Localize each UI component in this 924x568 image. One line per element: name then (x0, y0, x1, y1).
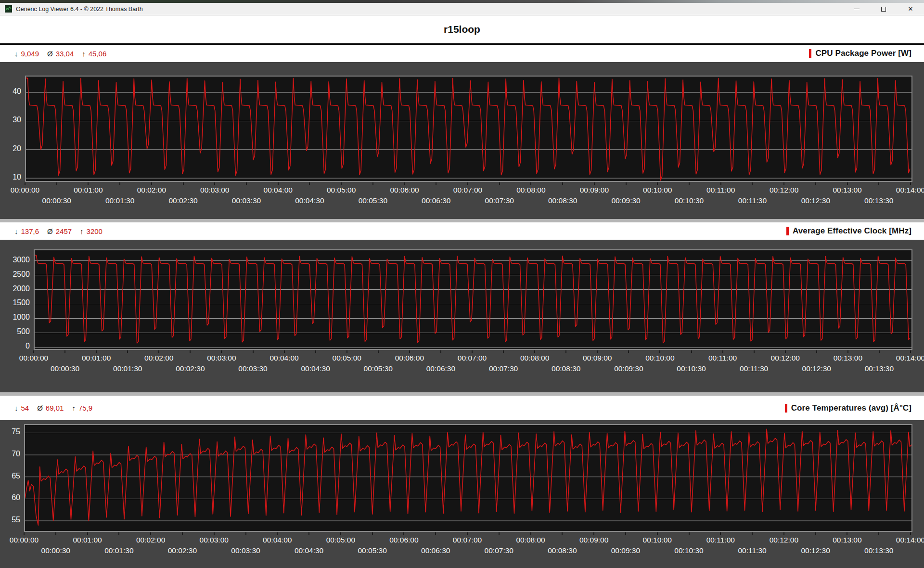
y-axis-label: 1500 (0, 298, 30, 307)
chart-plot-cpu-power[interactable] (25, 76, 912, 182)
x-axis-label: 00:14:00 (887, 186, 924, 194)
x-axis-tick (284, 350, 285, 353)
x-axis-tick (472, 350, 473, 353)
stat-max: ↑3200 (80, 227, 103, 235)
x-axis-label: 00:11:00 (697, 536, 744, 544)
chart-core-temps: 556065707500:00:0000:01:0000:02:0000:03:… (0, 420, 924, 568)
minimize-button[interactable] (843, 3, 870, 15)
y-axis-label: 20 (0, 144, 21, 153)
x-axis-label: 00:01:00 (73, 354, 119, 362)
maximize-button[interactable] (870, 3, 897, 15)
x-axis-label: 00:02:30 (167, 364, 213, 373)
x-axis-tick (341, 182, 342, 185)
x-axis-tick (530, 532, 531, 535)
x-axis-label: 00:06:30 (418, 364, 464, 373)
close-icon: ✕ (908, 6, 913, 12)
x-axis-tick (816, 350, 817, 353)
x-axis-tick (783, 182, 784, 185)
chart-plot-effective-clock[interactable] (34, 249, 912, 350)
x-axis-label: 00:14:00 (887, 354, 924, 362)
x-axis-label: 00:13:30 (856, 546, 902, 555)
x-axis-label: 00:01:30 (97, 196, 143, 205)
x-axis-tick (659, 350, 660, 353)
x-axis-label: 00:12:00 (761, 536, 807, 544)
x-axis-label: 00:13:30 (856, 196, 902, 205)
x-axis-tick (499, 532, 500, 535)
x-axis-tick (245, 532, 246, 535)
page-title: r15loop (444, 24, 480, 35)
x-axis-label: 00:03:00 (198, 354, 244, 362)
x-axis-label: 00:10:00 (634, 186, 680, 194)
x-axis-tick (689, 182, 690, 185)
y-axis-label: 10 (0, 173, 21, 181)
minimize-icon (854, 9, 860, 9)
x-axis-tick (815, 532, 816, 535)
x-axis-label: 00:08:00 (512, 354, 558, 362)
x-axis-tick (277, 532, 278, 535)
legend-color-bar (786, 227, 789, 235)
x-axis-label: 00:02:30 (160, 196, 206, 205)
x-axis-tick (534, 350, 535, 353)
x-axis-label: 00:05:30 (349, 546, 396, 555)
app-icon (5, 5, 12, 13)
x-axis-tick (308, 532, 309, 535)
x-axis-tick (56, 182, 57, 185)
chart-plot-core-temps[interactable] (24, 424, 912, 532)
x-axis-label: 00:01:30 (104, 364, 151, 373)
x-axis-tick (246, 182, 247, 185)
x-axis-tick (625, 532, 626, 535)
x-axis-tick (628, 350, 629, 353)
x-axis-label: 00:06:00 (386, 354, 433, 362)
x-axis-tick (24, 532, 25, 535)
x-axis-tick (657, 532, 658, 535)
min-arrow-icon: ↓ (14, 227, 18, 235)
x-axis-label: 00:04:00 (254, 536, 300, 544)
y-axis-label: 55 (0, 516, 20, 524)
stat-avg-value: 2457 (56, 227, 72, 235)
x-axis-tick (783, 532, 784, 535)
x-axis-label: 00:08:30 (543, 364, 589, 373)
avg-icon: Ø (47, 50, 53, 58)
stat-min-value: 9,049 (21, 50, 39, 58)
x-axis-tick (440, 350, 441, 353)
x-axis-label: 00:13:00 (824, 536, 870, 544)
y-axis-label: 1000 (0, 313, 30, 322)
x-axis-tick (88, 182, 89, 185)
x-axis-label: 00:08:30 (539, 196, 586, 205)
x-axis-label: 00:11:00 (698, 186, 744, 194)
x-axis-label: 00:01:00 (64, 536, 111, 544)
avg-icon: Ø (37, 404, 43, 412)
x-axis-tick (752, 532, 753, 535)
close-button[interactable]: ✕ (897, 3, 924, 15)
x-axis-label: 00:03:30 (223, 546, 269, 555)
x-axis-label: 00:07:30 (476, 546, 522, 555)
x-axis-tick (409, 350, 410, 353)
x-axis-tick (87, 532, 88, 535)
panel-title-text: Core Temperatures (avg) [Â°C] (791, 403, 911, 413)
x-axis-label: 00:12:00 (761, 186, 807, 194)
x-axis-tick (467, 532, 468, 535)
x-axis-tick (847, 182, 848, 185)
x-axis-label: 00:07:30 (480, 364, 526, 373)
stat-max: ↑45,06 (82, 50, 106, 58)
x-axis-tick (33, 350, 34, 353)
stats-effective-clock: ↓137,6 Ø2457 ↑3200 (14, 227, 103, 235)
x-axis-label: 00:13:00 (824, 186, 871, 194)
x-axis-tick (878, 182, 879, 185)
y-axis-label: 60 (0, 493, 20, 502)
x-axis-label: 00:09:00 (574, 354, 620, 362)
stat-min: ↓54 (14, 404, 29, 412)
x-axis-tick (151, 182, 152, 185)
x-axis-tick (214, 182, 215, 185)
x-axis-label: 00:11:30 (729, 546, 775, 555)
x-axis-label: 00:03:30 (230, 364, 276, 373)
y-axis-label: 75 (0, 427, 20, 436)
x-axis-tick (720, 532, 721, 535)
x-axis-label: 00:05:30 (355, 364, 401, 373)
x-axis-tick (372, 532, 373, 535)
stat-avg: Ø2457 (47, 227, 72, 235)
x-axis-tick (910, 350, 911, 353)
x-axis-label: 00:02:00 (128, 186, 175, 194)
x-axis-label: 00:08:00 (508, 536, 554, 544)
x-axis-tick (752, 182, 753, 185)
